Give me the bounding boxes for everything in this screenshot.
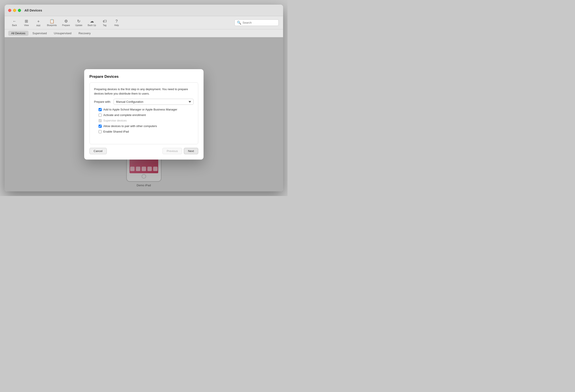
prepare-button[interactable]: ⚙ Prepare bbox=[60, 18, 72, 27]
dialog-title: Prepare Devices bbox=[90, 74, 198, 79]
view-label: View bbox=[24, 24, 29, 26]
backup-label: Back Up bbox=[88, 24, 96, 26]
backup-icon: ☁ bbox=[90, 19, 94, 24]
add-label: Add bbox=[36, 24, 40, 27]
traffic-lights bbox=[8, 9, 21, 12]
tab-supervised[interactable]: Supervised bbox=[29, 31, 50, 36]
checkbox-supervise-devices bbox=[98, 119, 102, 122]
dialog-footer: Cancel Previous Next bbox=[90, 148, 198, 154]
add-icon: ＋ bbox=[36, 19, 40, 24]
back-label: Back bbox=[12, 24, 17, 26]
add-button[interactable]: ＋ Add bbox=[33, 18, 44, 28]
backup-button[interactable]: ☁ Back Up bbox=[86, 18, 98, 27]
checkbox-label-activate-enrollment: Activate and complete enrollment bbox=[103, 113, 146, 117]
window-title: All Devices bbox=[24, 8, 42, 12]
titlebar: All Devices bbox=[5, 5, 283, 16]
tab-recovery[interactable]: Recovery bbox=[75, 31, 94, 36]
checkbox-row-2: Activate and complete enrollment bbox=[98, 113, 193, 117]
close-button[interactable] bbox=[8, 9, 11, 12]
blueprints-button[interactable]: 📋 Blueprints bbox=[45, 18, 59, 27]
update-icon: ↻ bbox=[77, 19, 80, 24]
maximize-button[interactable] bbox=[18, 9, 21, 12]
checkbox-group: Add to Apple School Manager or Apple Bus… bbox=[94, 108, 193, 133]
help-label: Help bbox=[114, 24, 119, 26]
search-bar[interactable]: 🔍 bbox=[235, 20, 279, 26]
modal-overlay: Prepare Devices Preparing devices is the… bbox=[5, 37, 283, 191]
tab-all-devices[interactable]: All Devices bbox=[8, 31, 28, 36]
prepare-with-row: Prepare with: Manual Configuration Apple… bbox=[94, 99, 193, 105]
search-icon: 🔍 bbox=[237, 21, 241, 25]
cancel-button[interactable]: Cancel bbox=[90, 148, 107, 154]
back-icon: ← bbox=[13, 19, 17, 24]
tag-label: Tag bbox=[103, 24, 107, 26]
toolbar: ← Back ⊞ View ＋ Add 📋 Blueprints ⚙ Prepa… bbox=[5, 16, 283, 29]
view-icon: ⊞ bbox=[25, 19, 28, 24]
checkbox-label-enable-shared-ipad: Enable Shared iPad bbox=[103, 130, 129, 133]
tag-button[interactable]: 🏷 Tag bbox=[99, 18, 110, 27]
prepare-with-label: Prepare with: bbox=[94, 100, 111, 103]
dialog-description: Preparing devices is the first step in a… bbox=[94, 87, 193, 96]
help-button[interactable]: ? Help bbox=[111, 18, 122, 27]
update-button[interactable]: ↻ Update bbox=[73, 18, 85, 27]
checkbox-activate-enrollment[interactable] bbox=[98, 114, 102, 117]
checkbox-row-3: Supervise devices bbox=[98, 119, 193, 122]
checkbox-add-to-manager[interactable] bbox=[98, 108, 102, 111]
prepare-icon: ⚙ bbox=[64, 19, 68, 24]
dialog-body: Preparing devices is the first step in a… bbox=[90, 82, 198, 144]
checkbox-enable-shared-ipad[interactable] bbox=[98, 130, 102, 133]
previous-button[interactable]: Previous bbox=[162, 148, 182, 154]
checkbox-row-5: Enable Shared iPad bbox=[98, 130, 193, 133]
update-label: Update bbox=[75, 24, 82, 26]
checkbox-row-1: Add to Apple School Manager or Apple Bus… bbox=[98, 108, 193, 111]
blueprints-label: Blueprints bbox=[47, 24, 57, 26]
minimize-button[interactable] bbox=[13, 9, 16, 12]
main-window: All Devices ← Back ⊞ View ＋ Add 📋 Bluepr… bbox=[5, 5, 283, 191]
blueprints-icon: 📋 bbox=[49, 19, 54, 24]
checkbox-label-allow-pair: Allow devices to pair with other compute… bbox=[103, 124, 157, 128]
checkbox-label-supervise-devices: Supervise devices bbox=[103, 119, 127, 122]
prepare-label: Prepare bbox=[62, 24, 70, 26]
main-content: Demo iPad Prepare Devices Preparing devi… bbox=[5, 37, 283, 191]
search-input[interactable] bbox=[243, 21, 276, 24]
back-button[interactable]: ← Back bbox=[9, 18, 20, 27]
tabbar: All Devices Supervised Unsupervised Reco… bbox=[5, 29, 283, 37]
tag-icon: 🏷 bbox=[103, 19, 107, 24]
help-icon: ? bbox=[116, 19, 118, 24]
footer-nav: Previous Next bbox=[162, 148, 198, 154]
checkbox-allow-pair[interactable] bbox=[98, 125, 102, 128]
prepare-with-select[interactable]: Manual Configuration Apple Configurator … bbox=[114, 99, 193, 105]
checkbox-row-4: Allow devices to pair with other compute… bbox=[98, 124, 193, 128]
view-button[interactable]: ⊞ View bbox=[21, 18, 32, 27]
checkbox-label-add-to-manager: Add to Apple School Manager or Apple Bus… bbox=[103, 108, 177, 111]
prepare-devices-dialog: Prepare Devices Preparing devices is the… bbox=[84, 69, 204, 160]
next-button[interactable]: Next bbox=[184, 148, 198, 154]
tab-unsupervised[interactable]: Unsupervised bbox=[51, 31, 75, 36]
